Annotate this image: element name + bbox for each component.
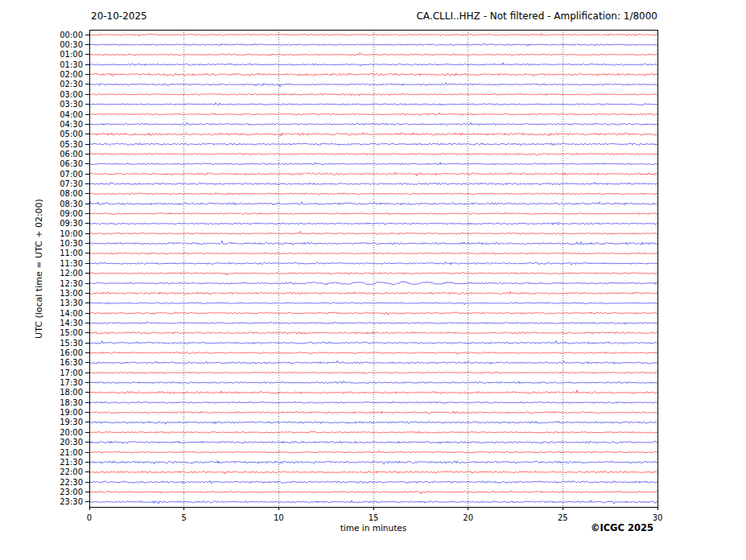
y-tick-label-02:00: 02:00 (60, 70, 83, 79)
helicorder-plot: 00:0000:3001:0001:3002:0002:3003:0003:30… (0, 0, 746, 560)
y-tick-label-05:00: 05:00 (60, 130, 83, 138)
y-tick-label-15:00: 15:00 (60, 328, 83, 337)
trace-row-00:00 (89, 34, 657, 36)
y-tick-label-08:00: 08:00 (60, 189, 83, 198)
y-tick-label-05:30: 05:30 (60, 140, 83, 149)
trace-row-13:30 (89, 302, 657, 304)
y-tick-label-10:30: 10:30 (60, 239, 83, 248)
y-tick-label-23:00: 23:00 (60, 488, 83, 496)
y-tick-label-19:30: 19:30 (60, 418, 83, 426)
x-tick-label-5: 5 (181, 513, 186, 522)
y-tick-label-15:30: 15:30 (60, 339, 83, 348)
y-tick-label-21:30: 21:30 (60, 458, 83, 467)
y-tick-label-14:30: 14:30 (60, 319, 83, 327)
x-tick-label-30: 30 (653, 513, 663, 522)
y-tick-label-16:30: 16:30 (60, 358, 83, 367)
y-tick-label-11:00: 11:00 (60, 249, 83, 257)
y-tick-label-01:30: 01:30 (60, 60, 83, 69)
trace-row-12:00 (89, 272, 657, 274)
y-tick-label-21:00: 21:00 (60, 448, 83, 457)
trace-row-09:00 (89, 212, 657, 215)
y-tick-label-10:00: 10:00 (60, 229, 83, 238)
trace-row-19:00 (89, 411, 657, 414)
y-tick-label-11:30: 11:30 (60, 259, 83, 268)
y-tick-label-12:30: 12:30 (60, 279, 83, 288)
trace-row-22:00 (89, 471, 657, 474)
y-tick-label-12:00: 12:00 (60, 269, 83, 278)
y-tick-label-00:30: 00:30 (60, 40, 83, 49)
y-tick-label-14:00: 14:00 (60, 309, 83, 318)
x-tick-label-25: 25 (558, 513, 568, 522)
y-tick-label-17:00: 17:00 (60, 369, 83, 377)
y-tick-label-22:30: 22:30 (60, 478, 83, 487)
y-tick-label-03:00: 03:00 (60, 90, 83, 99)
y-tick-label-04:30: 04:30 (60, 120, 83, 129)
y-tick-label-02:30: 02:30 (60, 80, 83, 89)
y-tick-label-01:00: 01:00 (60, 50, 83, 59)
y-tick-label-09:00: 09:00 (60, 209, 83, 218)
y-tick-label-07:00: 07:00 (60, 170, 83, 179)
y-tick-label-22:00: 22:00 (60, 467, 83, 476)
x-tick-label-10: 10 (274, 513, 284, 522)
y-tick-label-06:30: 06:30 (60, 159, 83, 168)
y-tick-label-06:00: 06:00 (60, 150, 83, 159)
y-tick-label-16:00: 16:00 (60, 348, 83, 357)
y-tick-label-13:30: 13:30 (60, 299, 83, 307)
trace-row-17:00 (89, 372, 657, 374)
y-tick-label-03:30: 03:30 (60, 100, 83, 109)
helicorder-page: 20-10-2025 CA.CLLI..HHZ - Not filtered -… (0, 0, 746, 560)
y-tick-label-00:00: 00:00 (60, 31, 83, 39)
trace-row-14:00 (89, 312, 657, 315)
y-tick-label-04:00: 04:00 (60, 110, 83, 119)
copyright-text: ©ICGC 2025 (591, 522, 653, 533)
y-tick-label-18:30: 18:30 (60, 398, 83, 407)
y-tick-label-08:30: 08:30 (60, 200, 83, 208)
trace-row-10:30 (89, 241, 657, 245)
y-tick-label-20:30: 20:30 (60, 438, 83, 447)
y-tick-label-19:00: 19:00 (60, 408, 83, 417)
trace-row-12:30 (89, 282, 657, 285)
y-tick-label-17:30: 17:30 (60, 378, 83, 387)
y-tick-label-09:30: 09:30 (60, 219, 83, 228)
y-tick-label-07:30: 07:30 (60, 179, 83, 188)
x-axis-label: time in minutes (253, 523, 494, 533)
y-tick-label-20:00: 20:00 (60, 428, 83, 437)
x-tick-label-15: 15 (369, 513, 379, 522)
x-tick-label-0: 0 (87, 513, 92, 522)
y-tick-label-18:00: 18:00 (60, 388, 83, 397)
trace-row-17:30 (89, 381, 657, 383)
y-tick-label-23:30: 23:30 (60, 497, 83, 506)
x-tick-label-20: 20 (463, 513, 473, 522)
y-tick-label-13:00: 13:00 (60, 289, 83, 298)
